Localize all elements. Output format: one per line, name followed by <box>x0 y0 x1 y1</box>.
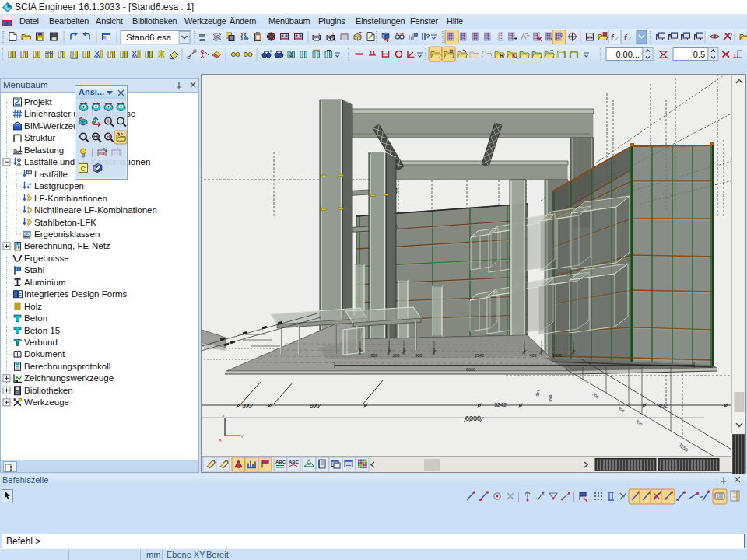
svg-text:Verbund: Verbund <box>24 338 58 347</box>
svg-text:z: z <box>223 413 225 418</box>
svg-text:800: 800 <box>371 353 378 358</box>
svg-text:1050: 1050 <box>552 353 562 358</box>
svg-text:cm: cm <box>199 37 205 43</box>
svg-text:Lastfälle: Lastfälle <box>34 170 68 179</box>
svg-text:Lastgruppen: Lastgruppen <box>34 181 84 191</box>
svg-text:Holz: Holz <box>24 302 42 311</box>
svg-text:Integriertes Design Forms: Integriertes Design Forms <box>24 289 128 299</box>
svg-text:740: 740 <box>535 389 540 396</box>
svg-text:Beton: Beton <box>24 313 47 323</box>
svg-text:Projekt: Projekt <box>24 97 53 107</box>
svg-text:Nichtlineare LF-Kombinationen: Nichtlineare LF-Kombinationen <box>34 205 157 215</box>
svg-text:ABC: ABC <box>289 460 300 464</box>
svg-text:?: ? <box>426 33 430 40</box>
svg-text:950: 950 <box>548 394 552 401</box>
svg-text:Beton 15: Beton 15 <box>24 326 60 335</box>
svg-text:K: K <box>512 53 516 58</box>
svg-text:0.5: 0.5 <box>693 50 705 59</box>
svg-text:Ergebnisse: Ergebnisse <box>24 254 69 263</box>
svg-text:Belastung: Belastung <box>24 145 64 155</box>
svg-text:R: R <box>500 53 503 58</box>
svg-text:6000: 6000 <box>465 415 481 422</box>
svg-text:LF-Kombinationen: LF-Kombinationen <box>34 194 107 203</box>
svg-text:Zeichnungswerkzeuge: Zeichnungswerkzeuge <box>24 373 114 383</box>
svg-text:6000: 6000 <box>466 367 475 372</box>
svg-text:Berechnungsprotokoll: Berechnungsprotokoll <box>24 362 110 371</box>
svg-text:700: 700 <box>591 391 600 400</box>
svg-text:Aluminium: Aluminium <box>24 278 66 287</box>
svg-text:Ergebnisklassen: Ergebnisklassen <box>34 229 100 239</box>
svg-text:400: 400 <box>617 405 626 414</box>
svg-text:Stand6.esa: Stand6.esa <box>126 33 172 42</box>
svg-text:Werkzeuge: Werkzeuge <box>24 397 69 407</box>
svg-text:MB: MB <box>100 152 104 156</box>
svg-text:0: 0 <box>560 33 563 37</box>
svg-text:Stahlbeton-LFK: Stahlbeton-LFK <box>34 218 96 227</box>
svg-text:7: 7 <box>628 35 632 42</box>
svg-text:Berechnung, FE-Netz: Berechnung, FE-Netz <box>24 241 110 250</box>
svg-text:C: C <box>81 165 86 173</box>
svg-text:7: 7 <box>615 35 619 42</box>
svg-text:0.00...: 0.00... <box>615 50 640 59</box>
svg-text:R: R <box>107 134 110 139</box>
svg-text:Dokument: Dokument <box>24 349 65 359</box>
svg-text:Struktur: Struktur <box>24 133 55 142</box>
svg-text:2545: 2545 <box>475 353 484 358</box>
svg-text:300: 300 <box>393 353 400 358</box>
svg-text:Stahl: Stahl <box>24 265 44 275</box>
svg-text:ABC: ABC <box>275 460 286 464</box>
svg-text:200: 200 <box>635 418 644 427</box>
svg-text:402: 402 <box>658 403 668 408</box>
svg-text:900: 900 <box>416 353 423 358</box>
svg-text:5242: 5242 <box>494 402 507 408</box>
svg-text:Bibliotheken: Bibliotheken <box>24 386 73 395</box>
svg-text:X: X <box>219 438 222 443</box>
svg-text:11: 11 <box>370 50 376 57</box>
svg-text:1150: 1150 <box>678 443 689 453</box>
svg-text:405: 405 <box>530 353 537 358</box>
svg-text:Y: Y <box>240 434 244 439</box>
